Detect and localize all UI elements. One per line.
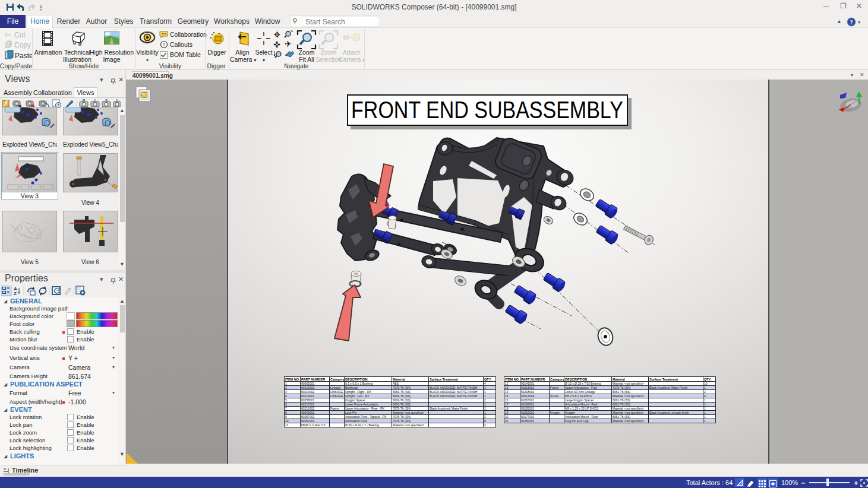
svg-text:Z: Z (14, 291, 17, 296)
svg-text:?: ? (850, 18, 853, 26)
svg-text:1: 1 (163, 42, 166, 47)
